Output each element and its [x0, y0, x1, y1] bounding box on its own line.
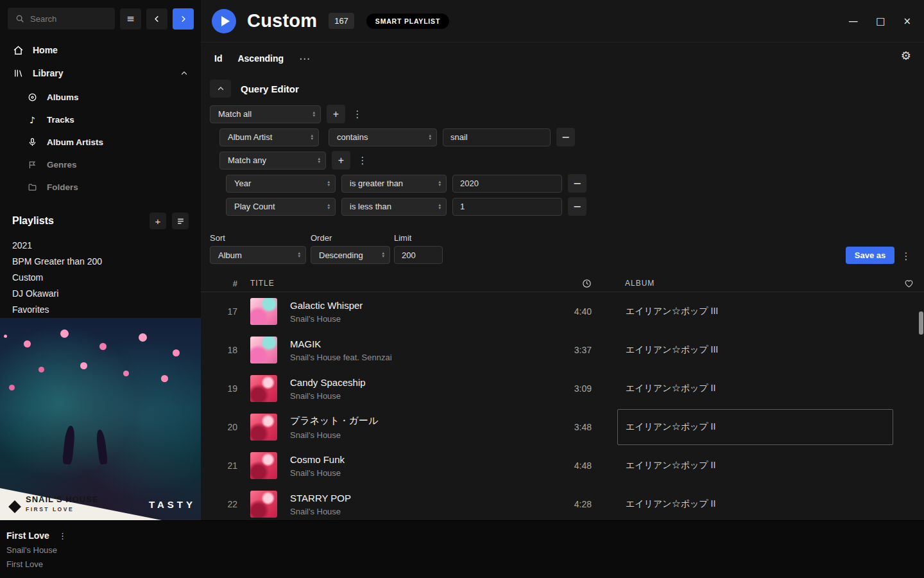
- add-playlist-button[interactable]: +: [150, 213, 166, 229]
- remove-rule-button[interactable]: −: [556, 128, 575, 146]
- minimize-button[interactable]: —: [848, 15, 858, 27]
- close-button[interactable]: ×: [903, 15, 911, 27]
- track-album[interactable]: エイリアン☆ポップ II: [617, 409, 893, 445]
- sidebar-item-label: Tracks: [47, 115, 74, 125]
- track-title: プラネット・ガール: [290, 415, 540, 427]
- sidebar-top-bar: ≡: [0, 0, 201, 30]
- track-duration: 4:40: [540, 306, 592, 317]
- rule-field-select[interactable]: Play Count ▴▾: [226, 198, 336, 216]
- sort-field-button[interactable]: Id: [214, 53, 222, 64]
- gear-icon[interactable]: ⚙: [901, 49, 911, 62]
- sidebar-item-folders[interactable]: Folders: [0, 176, 201, 198]
- track-album[interactable]: エイリアン☆ポップ III: [617, 293, 893, 329]
- playlist-options-button[interactable]: ⋮: [900, 247, 912, 265]
- rule-value-input[interactable]: [452, 198, 562, 216]
- track-row[interactable]: 22 STARRY POP Snail's House 4:28 エイリアン☆ポ…: [201, 485, 924, 520]
- hamburger-icon: ≡: [126, 13, 135, 24]
- smart-playlist-badge: SMART PLAYLIST: [366, 13, 449, 29]
- lantern-lights: [4, 335, 7, 338]
- track-album-column: エイリアン☆ポップ II: [617, 486, 893, 520]
- rule-operator-select[interactable]: is less than ▴▾: [341, 198, 447, 216]
- playlist-item[interactable]: Custom: [0, 269, 201, 285]
- folder-icon: [27, 182, 38, 192]
- track-title-block: Galactic Whisper Snail's House: [290, 300, 540, 324]
- search-input[interactable]: [30, 14, 108, 24]
- more-options-icon[interactable]: ⋯: [299, 52, 310, 65]
- track-album[interactable]: エイリアン☆ポップ II: [617, 448, 893, 484]
- rule-field-select[interactable]: Album Artist ▴▾: [219, 128, 319, 146]
- rule-group-menu-button[interactable]: ⋮: [356, 151, 369, 170]
- sort-direction-button[interactable]: Ascending: [237, 53, 284, 64]
- column-duration[interactable]: [540, 279, 592, 288]
- group-match-type-select[interactable]: Match any ▴▾: [219, 152, 326, 170]
- track-artist: Snail's House: [290, 391, 540, 401]
- sidebar-item-library[interactable]: Library: [0, 62, 201, 85]
- column-title[interactable]: TITLE: [250, 279, 540, 288]
- query-rule-row: Year ▴▾ is greater than ▴▾ −: [226, 174, 586, 193]
- playlist-item[interactable]: Favorites: [0, 301, 201, 317]
- sidebar-item-album-artists[interactable]: Album Artists: [0, 131, 201, 153]
- track-row[interactable]: 20 プラネット・ガール Snail's House 3:48 エイリアン☆ポッ…: [201, 408, 924, 446]
- figure-silhouette: [96, 429, 108, 464]
- collapse-query-editor-button[interactable]: [210, 80, 231, 98]
- save-as-button[interactable]: Save as: [846, 247, 894, 264]
- manage-playlists-button[interactable]: [172, 213, 189, 229]
- rule-operator-select[interactable]: contains ▴▾: [329, 128, 437, 146]
- track-row[interactable]: 21 Cosmo Funk Snail's House 4:48 エイリアン☆ポ…: [201, 446, 924, 485]
- nav-back-button[interactable]: [146, 8, 167, 30]
- nav-forward-button[interactable]: [173, 8, 194, 30]
- select-updown-icon: ▴▾: [438, 180, 441, 187]
- chevron-left-icon: [153, 15, 161, 23]
- menu-button[interactable]: ≡: [120, 8, 141, 30]
- rule-operator-select[interactable]: is greater than ▴▾: [341, 175, 447, 193]
- maximize-button[interactable]: □: [876, 15, 885, 27]
- sidebar-item-tracks[interactable]: ♪ Tracks: [0, 109, 201, 131]
- select-value: Descending: [319, 250, 363, 260]
- playlist-header: Custom 167 SMART PLAYLIST — □ ×: [201, 0, 924, 42]
- remove-rule-button[interactable]: −: [568, 174, 586, 193]
- query-rule-row: Album Artist ▴▾ contains ▴▾ −: [219, 128, 575, 146]
- sidebar-item-home[interactable]: Home: [0, 39, 201, 62]
- playlist-item[interactable]: 2021: [0, 237, 201, 253]
- now-playing-artwork[interactable]: SNAIL'S HOUSE FIRST LOVE TASTY: [0, 318, 201, 520]
- limit-input[interactable]: [394, 246, 443, 264]
- sidebar-item-genres[interactable]: Genres: [0, 153, 201, 176]
- select-value: is greater than: [350, 179, 403, 188]
- sort-select[interactable]: Album ▴▾: [210, 246, 306, 264]
- scrollbar-thumb[interactable]: [919, 311, 923, 335]
- tracklist-body: 17 Galactic Whisper Snail's House 4:40 エ…: [201, 292, 924, 520]
- track-album[interactable]: エイリアン☆ポップ III: [617, 332, 893, 368]
- column-number[interactable]: #: [201, 279, 237, 288]
- track-row[interactable]: 18 MAGIK Snail's House feat. Sennzai 3:3…: [201, 331, 924, 369]
- sidebar-item-albums[interactable]: Albums: [0, 86, 201, 109]
- match-type-select[interactable]: Match all ▴▾: [210, 105, 321, 123]
- now-playing-menu-icon[interactable]: ⋮: [58, 531, 67, 541]
- remove-rule-button[interactable]: −: [568, 197, 586, 216]
- select-updown-icon: ▴▾: [429, 134, 431, 141]
- track-album[interactable]: エイリアン☆ポップ II: [617, 371, 893, 407]
- playlist-item[interactable]: BPM Greater than 200: [0, 253, 201, 269]
- chevron-up-icon: [217, 85, 225, 92]
- select-updown-icon: ▴▾: [327, 204, 330, 210]
- rule-value-input[interactable]: [452, 175, 562, 193]
- track-artist: Snail's House feat. Sennzai: [290, 353, 540, 362]
- add-rule-button[interactable]: +: [332, 151, 350, 170]
- sidebar-item-label: Home: [33, 45, 58, 55]
- order-select[interactable]: Descending ▴▾: [311, 246, 390, 264]
- collapse-chevron-icon[interactable]: [180, 69, 188, 77]
- rule-value-input[interactable]: [443, 128, 551, 146]
- search-box[interactable]: [8, 8, 115, 30]
- add-rule-button[interactable]: +: [327, 105, 345, 123]
- track-row[interactable]: 19 Candy Spaceship Snail's House 3:09 エイ…: [201, 369, 924, 408]
- track-title: Candy Spaceship: [290, 377, 540, 388]
- column-album[interactable]: ALBUM: [617, 279, 893, 288]
- track-album[interactable]: エイリアン☆ポップ II: [617, 486, 893, 520]
- player-bar: First Love ⋮ Snail's House First Love 0:…: [0, 520, 924, 578]
- window-controls: — □ ×: [848, 15, 924, 27]
- playlist-item[interactable]: DJ Okawari: [0, 285, 201, 301]
- rule-field-select[interactable]: Year ▴▾: [226, 175, 336, 193]
- column-favorite[interactable]: [893, 279, 924, 288]
- track-row[interactable]: 17 Galactic Whisper Snail's House 4:40 エ…: [201, 292, 924, 331]
- play-playlist-button[interactable]: [212, 9, 236, 33]
- rule-group-menu-button[interactable]: ⋮: [351, 105, 364, 123]
